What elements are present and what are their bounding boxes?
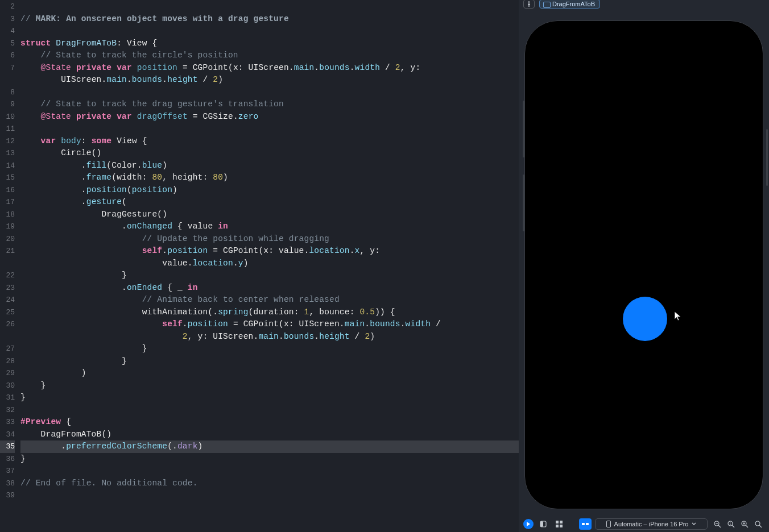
code-line[interactable]: .frame(width: 80, height: 80) <box>20 172 519 184</box>
preview-canvas[interactable] <box>519 8 769 516</box>
code-line[interactable]: } <box>20 453 519 466</box>
code-line[interactable] <box>20 1 519 13</box>
code-line[interactable]: // Update the position while dragging <box>20 233 519 246</box>
svg-point-19 <box>755 521 760 526</box>
svg-rect-7 <box>586 523 589 525</box>
svg-rect-3 <box>560 521 563 523</box>
code-line[interactable]: self.position = CGPoint(x: UIScreen.main… <box>20 318 519 331</box>
code-line[interactable]: ) <box>20 367 519 380</box>
code-line[interactable] <box>20 123 519 135</box>
zoom-out-button[interactable] <box>711 518 723 530</box>
code-line[interactable]: DragFromAToB() <box>20 429 519 441</box>
code-content[interactable]: // MARK: An onscreen object moves with a… <box>20 0 519 532</box>
code-line[interactable]: .onChanged { value in <box>20 221 519 233</box>
svg-rect-6 <box>582 523 585 525</box>
svg-rect-4 <box>556 525 559 527</box>
svg-line-20 <box>759 525 762 527</box>
simulated-device[interactable] <box>524 20 763 509</box>
zoom-in-button[interactable] <box>752 518 764 530</box>
code-line[interactable]: @State private var dragOffset = CGSize.z… <box>20 111 519 123</box>
svg-line-16 <box>746 525 748 527</box>
code-line[interactable]: self.position = CGPoint(x: value.locatio… <box>20 245 519 257</box>
pin-preview-button[interactable] <box>523 0 535 9</box>
cursor-icon <box>674 311 682 321</box>
code-line[interactable]: // MARK: An onscreen object moves with a… <box>20 13 519 26</box>
code-line[interactable]: // Animate back to center when released <box>20 294 519 306</box>
device-icon <box>606 521 611 527</box>
code-line[interactable]: } <box>20 269 519 282</box>
preview-top-bar: DragFromAToB <box>519 0 769 8</box>
code-line[interactable]: UIScreen.main.bounds.height / 2) <box>20 74 519 86</box>
code-line[interactable] <box>20 404 519 417</box>
code-line[interactable]: @State private var position = CGPoint(x:… <box>20 62 519 74</box>
code-line[interactable]: value.location.y) <box>20 257 519 270</box>
svg-rect-5 <box>560 525 563 527</box>
code-line[interactable]: // State to track the circle's position <box>20 49 519 62</box>
selectable-preview-button[interactable] <box>553 518 565 530</box>
preview-breadcrumb[interactable]: DragFromAToB <box>539 0 600 9</box>
svg-line-13 <box>732 525 734 527</box>
code-line[interactable] <box>20 86 519 99</box>
code-line[interactable]: } <box>20 355 519 368</box>
code-line[interactable]: withAnimation(.spring(duration: 1, bounc… <box>20 306 519 319</box>
code-line[interactable]: // End of file. No additional code. <box>20 477 519 490</box>
zoom-fit-button[interactable]: 1 <box>725 518 737 530</box>
line-number-gutter: 2345678910111213141516171819202122232425… <box>0 0 20 532</box>
code-line[interactable]: #Preview { <box>20 416 519 429</box>
zoom-controls: 1 <box>711 518 764 530</box>
code-line[interactable] <box>20 489 519 502</box>
code-line[interactable]: .onEnded { _ in <box>20 282 519 294</box>
draggable-circle[interactable] <box>623 297 667 341</box>
variants-button[interactable] <box>579 518 592 530</box>
svg-rect-8 <box>606 521 610 527</box>
code-line[interactable]: .preferredColorScheme(.dark) <box>20 440 519 453</box>
code-line[interactable]: .position(position) <box>20 184 519 197</box>
code-line[interactable]: } <box>20 392 519 404</box>
code-line[interactable]: var body: some View { <box>20 135 519 148</box>
code-editor-pane[interactable]: 2345678910111213141516171819202122232425… <box>0 0 519 532</box>
device-selector-dropdown[interactable]: Automatic – iPhone 16 Pro <box>595 518 708 530</box>
preview-toolbar: Automatic – iPhone 16 Pro 1 <box>519 516 769 532</box>
code-line[interactable]: 2, y: UIScreen.main.bounds.height / 2) <box>20 331 519 343</box>
code-line[interactable]: .gesture( <box>20 196 519 209</box>
live-preview-button[interactable] <box>537 518 549 530</box>
code-line[interactable]: } <box>20 380 519 392</box>
code-line[interactable]: DragGesture() <box>20 209 519 221</box>
svg-rect-1 <box>540 521 543 527</box>
svg-rect-2 <box>556 521 559 523</box>
device-selector-label: Automatic – iPhone 16 Pro <box>614 521 689 527</box>
chevron-down-icon <box>692 522 696 526</box>
svg-line-10 <box>718 525 721 527</box>
code-line[interactable]: .fill(Color.blue) <box>20 160 519 172</box>
code-line[interactable] <box>20 465 519 477</box>
svg-text:1: 1 <box>729 522 731 525</box>
zoom-actual-button[interactable] <box>738 518 751 530</box>
preview-pane: DragFromAToB Automatic – iPhone 16 Pro <box>519 0 769 532</box>
code-line[interactable]: } <box>20 343 519 355</box>
code-line[interactable]: struct DragFromAToB: View { <box>20 38 519 50</box>
code-line[interactable]: // State to track the drag gesture's tra… <box>20 98 519 111</box>
code-line[interactable]: Circle() <box>20 147 519 160</box>
run-preview-button[interactable] <box>523 519 534 529</box>
code-line[interactable] <box>20 25 519 38</box>
